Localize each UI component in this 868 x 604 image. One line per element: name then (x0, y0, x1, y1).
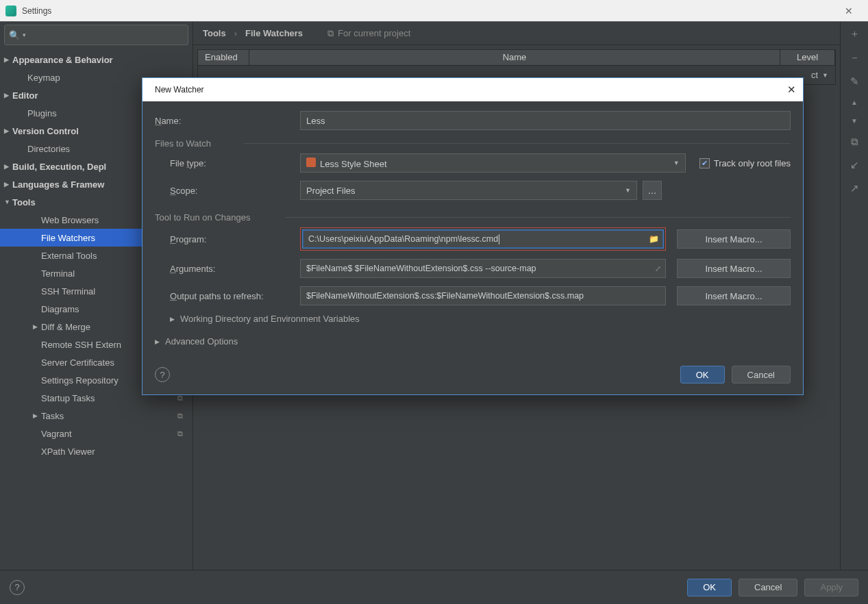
dialog-title: New Watcher (155, 85, 204, 95)
copy-icon: ⧉ (327, 28, 334, 39)
th-level[interactable]: Level (780, 50, 835, 65)
dialog-help-button[interactable]: ? (155, 367, 170, 382)
settings-cancel-button[interactable]: Cancel (739, 579, 797, 596)
right-toolbar: ＋ － ✎ ▲ ▼ ⧉ ↙ ↗ (841, 22, 868, 570)
dialog-cancel-button[interactable]: Cancel (732, 366, 791, 383)
window-titlebar: Settings ✕ (0, 0, 868, 22)
output-input[interactable]: $FileNameWithoutExtension$.css:$FileName… (300, 286, 666, 305)
dialog-footer: ? OK Cancel (142, 359, 803, 394)
dialog-close-button[interactable]: ✕ (787, 84, 796, 96)
output-label: Output paths to refresh: (170, 291, 300, 301)
insert-macro-arguments-button[interactable]: Insert Macro... (677, 259, 791, 278)
window-close-button[interactable]: ✕ (835, 5, 863, 16)
copy-icon: ⧉ (177, 429, 183, 438)
dialog-titlebar: New Watcher ✕ (142, 78, 803, 101)
name-input[interactable]: Less (300, 111, 791, 130)
track-root-checkbox[interactable]: ✔ Track only root files (699, 158, 791, 168)
settings-footer: ? OK Cancel Apply (0, 570, 868, 604)
chevron-down-icon: ▼ (673, 160, 680, 166)
working-dir-expander[interactable]: ▶ Working Directory and Environment Vari… (155, 314, 791, 324)
arguments-input[interactable]: $FileName$ $FileNameWithoutExtension$.cs… (300, 259, 666, 278)
tree-arrow-icon: ▶ (4, 92, 12, 99)
tree-arrow-icon: ▶ (4, 56, 12, 63)
arguments-label: Arguments: (170, 264, 300, 274)
sidebar-item-vagrant[interactable]: Vagrant⧉ (0, 425, 193, 442)
checkbox-checked-icon: ✔ (699, 158, 710, 168)
settings-ok-button[interactable]: OK (687, 579, 732, 596)
filetype-select[interactable]: Less Style Sheet ▼ (300, 153, 686, 173)
search-icon: 🔍 (9, 30, 20, 40)
dialog-ok-button[interactable]: OK (680, 366, 725, 383)
sidebar-item-appearance-behavior[interactable]: ▶Appearance & Behavior (0, 51, 193, 68)
folder-icon[interactable]: 📁 (649, 234, 659, 244)
copy-button[interactable]: ⧉ (851, 136, 858, 148)
tree-arrow-icon: ▶ (4, 163, 12, 170)
expand-icon[interactable]: ⤢ (655, 264, 661, 273)
tree-arrow-icon: ▶ (4, 181, 12, 188)
breadcrumb-filewatchers: File Watchers (245, 28, 303, 38)
th-name[interactable]: Name (249, 50, 780, 65)
app-icon (5, 5, 16, 16)
filetype-label: File type: (170, 158, 300, 168)
tree-arrow-icon: ▶ (33, 412, 41, 419)
th-enabled[interactable]: Enabled (198, 50, 249, 65)
scope-label: Scope: (170, 186, 300, 196)
add-button[interactable]: ＋ (850, 27, 860, 40)
move-up-button[interactable]: ▲ (851, 99, 858, 106)
sidebar-item-tasks[interactable]: ▶Tasks⧉ (0, 407, 193, 425)
import-button[interactable]: ↙ (850, 159, 859, 171)
move-down-button[interactable]: ▼ (851, 117, 858, 125)
insert-macro-output-button[interactable]: Insert Macro... (677, 286, 791, 305)
advanced-options-expander[interactable]: ▶ Advanced Options (155, 336, 791, 347)
program-highlight: C:\Users\peixiu\AppData\Roaming\npm\less… (300, 227, 666, 251)
watchers-table-header: Enabled Name Level (197, 49, 836, 66)
tree-arrow-icon: ▶ (33, 323, 41, 330)
edit-button[interactable]: ✎ (850, 75, 859, 88)
scope-browse-button[interactable]: … (643, 181, 662, 200)
project-scope-label: ⧉ For current project (327, 28, 410, 39)
chevron-down-icon: ▼ (625, 187, 631, 194)
scope-select[interactable]: Project Files ▼ (300, 181, 637, 200)
remove-button[interactable]: － (850, 51, 860, 64)
tree-arrow-icon: ▼ (4, 199, 12, 205)
help-button[interactable]: ? (10, 580, 25, 595)
less-icon (306, 158, 316, 167)
insert-macro-program-button[interactable]: Insert Macro... (677, 229, 791, 249)
chevron-right-icon: ▶ (170, 316, 175, 323)
new-watcher-dialog: New Watcher ✕ Name: Less Files to Watch … (142, 77, 804, 395)
sidebar-item-xpath-viewer[interactable]: XPath Viewer (0, 442, 193, 460)
settings-apply-button[interactable]: Apply (804, 579, 858, 596)
program-label: Program: (170, 234, 300, 244)
settings-search-input[interactable]: 🔍 ▾ (4, 25, 188, 45)
breadcrumb: Tools › File Watchers ⧉ For current proj… (193, 22, 840, 45)
name-label: Name: (155, 116, 300, 126)
breadcrumb-tools[interactable]: Tools (203, 28, 226, 38)
export-button[interactable]: ↗ (850, 182, 859, 194)
chevron-down-icon[interactable]: ▼ (822, 72, 828, 79)
tree-arrow-icon: ▶ (4, 127, 12, 134)
copy-icon: ⧉ (177, 412, 183, 420)
chevron-right-icon: ▶ (155, 338, 160, 345)
chevron-right-icon: › (234, 28, 237, 38)
program-input[interactable]: C:\Users\peixiu\AppData\Roaming\npm\less… (302, 229, 664, 249)
window-title: Settings (22, 6, 835, 16)
